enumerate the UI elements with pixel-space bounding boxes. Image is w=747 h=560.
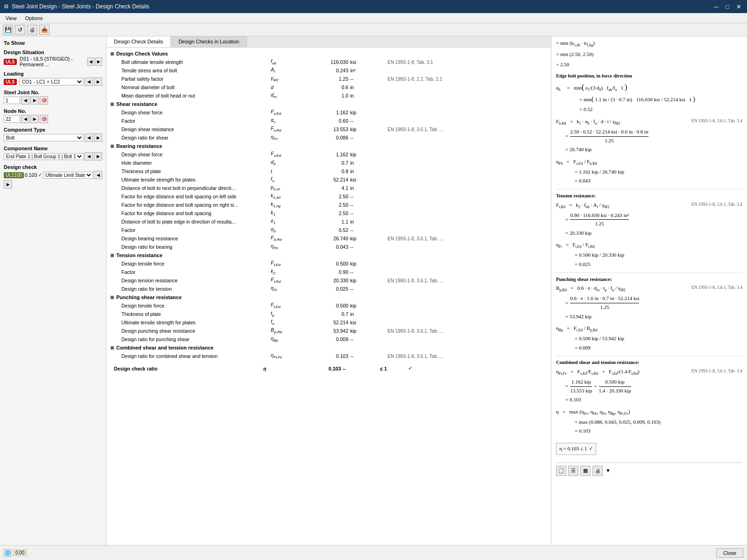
toggle-icon: ▣ [110, 345, 114, 350]
formula-line: ηFt = Ft,Ed / Ft,Rd [556, 241, 742, 250]
design-check-next-button[interactable]: ▶ [4, 180, 12, 189]
node-next-button[interactable]: ▶ [30, 115, 39, 123]
loading-select[interactable]: CO1 - LC1 + LC2 [20, 78, 84, 85]
formula-line: = 0.500 kip / 53.942 kip [575, 335, 742, 343]
joint-prev-button[interactable]: ◀ [21, 96, 29, 105]
formula-print-button[interactable]: 🖨 [592, 466, 603, 476]
loading-next-button[interactable]: ▶ [94, 77, 102, 86]
formula-divider [556, 189, 742, 189]
section-title: Combined shear and tension resistance [116, 345, 213, 350]
table-row: Design ratio for tension ηFt 0.025 -- [110, 285, 547, 293]
formula-fraction: = 1.162 kip 13.553 kip + 0.500 kip 1.4 ·… [565, 378, 742, 395]
ds-prev-button[interactable]: ◀ [87, 57, 94, 66]
toolbar-export-button[interactable]: 📤 [39, 25, 49, 35]
toolbar-print-button[interactable]: 🖨 [27, 25, 37, 35]
section-tension-resistance[interactable]: ▣ Tension resistance [110, 251, 547, 259]
formula-line: Ft,Rd = k2 · fub · At / γM2 EN 1993-1-8,… [556, 201, 742, 210]
design-check-mark: ✓ [38, 172, 42, 178]
toggle-icon: ▣ [110, 51, 114, 56]
section-bearing-resistance[interactable]: ▣ Bearing resistance [110, 142, 547, 150]
table-row: Design shear resistance Fv,Rd 13.553 kip… [110, 125, 547, 133]
menu-options[interactable]: Options [21, 14, 47, 22]
formula-line: = min (k1,ab · n1,kg) [556, 39, 742, 49]
node-section: Node No. ◀ ▶ 🎯 [4, 108, 102, 123]
toolbar-refresh-button[interactable]: ↺ [15, 25, 25, 35]
minimize-button[interactable]: ─ [712, 2, 721, 11]
formula-line: = 0.009 [575, 344, 742, 352]
joint-pick-button[interactable]: 🎯 [40, 96, 48, 105]
formula-line: = 1.162 kip / 26.740 kip [575, 168, 742, 176]
table-row: Bolt ultimate tensile strength fub 116.0… [110, 58, 547, 66]
loading-prev-button[interactable]: ◀ [85, 77, 93, 86]
formula-line: = min( 1.1 in / (3 · 0.7 in) 116.030 ksi… [579, 94, 742, 105]
tab-design-check-details[interactable]: Design Check Details [106, 36, 171, 47]
formula-line: = 0.025 [575, 260, 742, 269]
formula-line: Bp,Rd = 0.6 · π · dm · tp · fu / γM2 EN … [556, 284, 742, 294]
node-input[interactable] [4, 115, 20, 123]
toggle-icon: ▣ [110, 253, 114, 258]
table-row: Mean diameter of bolt head or nut dm 1.0… [110, 91, 547, 100]
comp-name-prev-button[interactable]: ◀ [85, 152, 93, 161]
toolbar-save-button[interactable]: 💾 [3, 25, 13, 35]
design-check-label: Design check [4, 164, 102, 170]
design-situation-label: Design Situation [4, 49, 102, 55]
section-design-check-values[interactable]: ▣ Design Check Values [110, 49, 547, 58]
table-row: Design bearing resistance Fb,Rd 26.740 k… [110, 234, 547, 243]
formula-line: αb = min( e1/(3·d0) fab/fu 1 ) [556, 81, 742, 93]
table-row: Design tension resistance Ft,Rd 20.330 k… [110, 276, 547, 285]
formula-section-punching: Punching shear resistance: [556, 276, 742, 284]
section-shear-resistance[interactable]: ▣ Shear resistance [110, 100, 547, 108]
joint-next-button[interactable]: ▶ [30, 96, 39, 105]
component-name-select[interactable]: End Plate 1 | Bolt Group 1 | Bolt 1, 1 [4, 153, 84, 160]
toggle-icon: ▣ [110, 144, 114, 148]
design-check-row: UL1100 0.103 ✓ Ultimate Limit State ... … [4, 171, 102, 189]
node-prev-button[interactable]: ◀ [21, 115, 29, 123]
formula-divider [556, 273, 742, 273]
section-punching-shear[interactable]: ▣ Punching shear resistance [110, 293, 547, 301]
comp-type-prev-button[interactable]: ◀ [85, 133, 93, 142]
formula-line: = min (2.50, 2.50) [556, 50, 742, 59]
window-controls: ─ □ ✕ [712, 2, 743, 11]
table-row: Design ratio for punching shear ηBp 0.00… [110, 335, 547, 343]
table-row: Design ratio for shear ηFv 0.086 -- [110, 133, 547, 142]
table-row: Factor for edge distance and bolt spacin… [110, 192, 547, 201]
table-row: Design tensile force Ft,Ed 0.500 kip [110, 301, 547, 310]
formula-arrow-button[interactable]: ▼ [605, 466, 612, 476]
design-check-name-select[interactable]: Ultimate Limit State ... [43, 172, 93, 179]
tab-design-checks-location[interactable]: Design Checks in Location [171, 36, 247, 47]
design-situation-section: Design Situation ULS DS1 - ULS (STR/GEO)… [4, 49, 102, 67]
formula-line: ηFt,Fv = Fv,Ed/Fv,Rd + Ft,Ed/(1.4·Ft,Rd)… [556, 368, 742, 377]
window-close-button[interactable]: ✕ [734, 2, 743, 11]
formula-line: Fb,Rd = k1 · αb · fu · d · t / γM2 EN 19… [556, 118, 742, 127]
formula-line: = 0.043 [575, 177, 742, 185]
bottom-bar: 🌐 0.00 Close [0, 545, 747, 560]
formula-line: = 0.103 [575, 427, 742, 435]
formula-line: = max (0.086, 0.043, 0.025, 0.009, 0.103… [575, 418, 742, 427]
ds-text: DS1 - ULS (STR/GEO) - Permanent ... [20, 56, 86, 67]
formula-line: = 0.52 [579, 105, 742, 114]
formula-box: = min (k1,ab · n1,kg) = min (2.50, 2.50)… [556, 39, 742, 476]
table-row: Factor k2 0.90 -- [110, 268, 547, 276]
design-check-prev-button[interactable]: ◀ [94, 171, 102, 179]
maximize-button[interactable]: □ [723, 2, 732, 11]
formula-list-button[interactable]: ☰ [568, 466, 578, 476]
table-row: Design ratio for bearing ηFb 0.043 -- [110, 243, 547, 251]
formula-copy-button[interactable]: 📋 [556, 466, 566, 476]
section-combined-shear-tension[interactable]: ▣ Combined shear and tension resistance [110, 343, 547, 352]
formula-grid-button[interactable]: ▦ [580, 466, 591, 476]
comp-type-next-button[interactable]: ▶ [94, 133, 102, 142]
close-button[interactable]: Close [716, 548, 743, 558]
loading-row: ULS CO1 - LC1 + LC2 ◀ ▶ [4, 77, 102, 86]
formula-line: = 0.103 [565, 396, 742, 404]
section-title: Tension resistance [116, 252, 162, 258]
formula-divider [556, 356, 742, 356]
node-pick-button[interactable]: 🎯 [40, 115, 48, 123]
steel-joint-row: ◀ ▶ 🎯 [4, 96, 102, 105]
design-check-ratio: 0.103 [25, 172, 37, 178]
table-row: Nominal diameter of bolt d 0.6 in [110, 83, 547, 91]
steel-joint-input[interactable] [4, 97, 20, 104]
menu-view[interactable]: View [2, 14, 21, 22]
comp-name-next-button[interactable]: ▶ [94, 152, 102, 161]
component-type-select[interactable]: Bolt [4, 134, 84, 141]
ds-next-button[interactable]: ▶ [95, 57, 102, 66]
